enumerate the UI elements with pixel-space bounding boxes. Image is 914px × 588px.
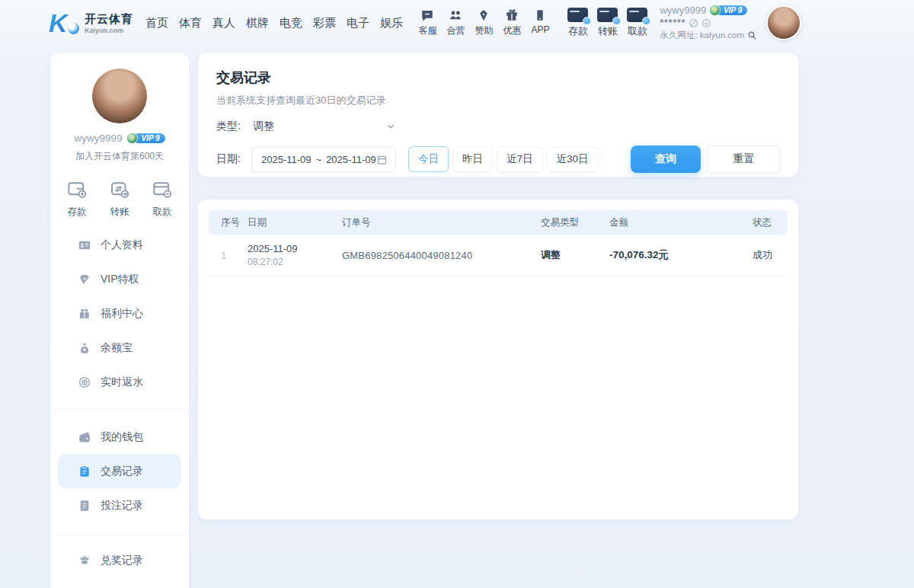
sidebar-item-label: 余额宝 <box>101 341 133 355</box>
cell-index: 1 <box>221 250 248 261</box>
range-7days-button[interactable]: 近7日 <box>497 146 543 172</box>
sidebar-item-betting-records[interactable]: 投注记录 <box>58 488 181 522</box>
quick-action-label: 存款 <box>68 206 87 219</box>
wallet-link-label: 转账 <box>598 24 618 38</box>
balance-row: ****** <box>660 18 757 28</box>
sidebar-withdraw-button[interactable]: 取款 <box>151 178 174 219</box>
quicklink-promotions[interactable]: 优惠 <box>503 8 521 37</box>
magnifier-icon[interactable] <box>747 30 757 40</box>
sidebar-item-realtime-rebate[interactable]: 实时返水 <box>58 365 181 399</box>
brand-name: 开云体育 <box>85 12 133 27</box>
topbar-withdraw-button[interactable]: 取款 <box>627 8 647 38</box>
sidebar-item-label: 交易记录 <box>101 465 143 478</box>
nav-item-slots[interactable]: 电子 <box>347 16 369 30</box>
deposit-outline-icon <box>66 178 88 201</box>
range-30days-button[interactable]: 近30日 <box>547 146 599 172</box>
sidebar-avatar[interactable] <box>92 69 147 123</box>
wallet-icon <box>78 430 91 444</box>
refresh-circle-icon[interactable] <box>701 18 711 28</box>
col-status: 状态 <box>753 216 775 229</box>
sidebar-item-yuebao[interactable]: 余额宝 <box>58 331 181 365</box>
sidebar-transfer-button[interactable]: 转账 <box>108 178 131 219</box>
sidebar-menu-group-wallet: 我的钱包 交易记录 投注记录 <box>50 410 189 527</box>
sidebar-profile-row: wywy9999 V VIP 9 <box>74 133 165 144</box>
quick-range-group: 今日 昨日 近7日 近30日 <box>408 146 599 172</box>
diamond-icon <box>477 8 491 22</box>
user-name-row: wywy9999 V VIP 9 <box>660 5 757 16</box>
masked-balance: ****** <box>660 18 686 28</box>
nav-item-entertainment[interactable]: 娱乐 <box>380 16 403 30</box>
sidebar-username: wywy9999 <box>74 133 122 144</box>
sidebar-item-label: 投注记录 <box>101 499 143 513</box>
welfare-gift-icon <box>78 307 91 321</box>
vip-badge[interactable]: V VIP 9 <box>709 5 747 16</box>
transfer-card-icon <box>597 8 618 22</box>
sidebar-item-prize-records[interactable]: 兑奖记录 <box>58 543 181 577</box>
nav-item-sports[interactable]: 体育 <box>179 16 202 30</box>
date-separator: ~ <box>316 154 322 165</box>
chat-icon <box>420 8 434 22</box>
username: wywy9999 <box>660 5 706 16</box>
sidebar-deposit-button[interactable]: 存款 <box>66 178 88 219</box>
search-button[interactable]: 查询 <box>631 145 701 173</box>
nav-item-lottery[interactable]: 彩票 <box>313 16 336 30</box>
quicklink-support[interactable]: 客服 <box>418 8 436 37</box>
cell-status: 成功 <box>753 248 775 262</box>
sidebar-item-label: 实时返水 <box>101 375 143 389</box>
sidebar-item-profile[interactable]: 个人资料 <box>58 228 181 262</box>
nav-item-esports[interactable]: 电竞 <box>280 16 302 30</box>
vip-level-label: VIP 9 <box>133 133 165 143</box>
rebate-circle-icon <box>78 375 91 389</box>
col-type: 交易类型 <box>541 216 609 229</box>
quicklink-partnership[interactable]: 合营 <box>446 8 465 37</box>
type-selected-value: 调整 <box>253 120 274 133</box>
filter-panel: 交易记录 当前系统支持查询最近30日的交易记录 类型: 调整 日期: 2025-… <box>198 53 798 177</box>
sidebar-item-welfare-center[interactable]: 福利中心 <box>58 296 181 331</box>
nav-item-live-casino[interactable]: 真人 <box>213 16 235 30</box>
quicklink-label: 赞助 <box>475 24 493 37</box>
topbar-deposit-button[interactable]: 存款 <box>567 8 588 38</box>
transfer-badge-icon <box>612 17 621 25</box>
sidebar-item-transaction-records[interactable]: 交易记录 <box>58 454 181 488</box>
date-range-input[interactable]: 2025-11-09 ~ 2025-11-09 <box>251 146 396 172</box>
sidebar-item-my-wallet[interactable]: 我的钱包 <box>58 420 181 454</box>
avatar[interactable] <box>766 5 801 40</box>
sidebar-item-vip-privileges[interactable]: VIP特权 <box>58 262 181 296</box>
topbar-transfer-button[interactable]: 转账 <box>597 8 618 38</box>
type-filter-row: 类型: 调整 <box>216 120 780 133</box>
nav-item-board-games[interactable]: 棋牌 <box>246 16 269 30</box>
sidebar-item-message-center[interactable]: 消息中心 99+ <box>58 577 181 588</box>
quick-links: 客服 合营 赞助 优惠 APP <box>418 8 549 37</box>
cell-date: 2025-11-09 <box>248 243 342 254</box>
withdraw-outline-icon <box>151 178 174 201</box>
col-amount: 金额 <box>609 216 753 229</box>
cell-amount: -70,076.32元 <box>609 248 753 262</box>
cell-type: 调整 <box>541 248 609 262</box>
brand-logo[interactable]: K 开云体育 Kaiyun.com <box>49 8 133 38</box>
eye-off-icon[interactable] <box>689 18 698 28</box>
user-info: wywy9999 V VIP 9 ****** 永久网址: kaiyun.com <box>660 5 757 41</box>
transfer-outline-icon <box>108 178 131 201</box>
vip-gem-icon <box>78 273 91 286</box>
range-yesterday-button[interactable]: 昨日 <box>452 146 493 172</box>
gift-icon <box>505 8 519 22</box>
wallet-link-label: 存款 <box>568 24 588 38</box>
bets-document-icon <box>78 499 91 513</box>
quicklink-app[interactable]: APP <box>531 8 549 37</box>
id-card-icon <box>78 238 91 252</box>
people-icon <box>449 8 462 22</box>
reset-button[interactable]: 重置 <box>708 145 780 173</box>
sidebar-quick-actions: 存款 转账 取款 <box>66 178 174 219</box>
brand-text: 开云体育 Kaiyun.com <box>85 12 133 34</box>
type-select[interactable]: 调整 <box>251 120 396 133</box>
transactions-clipboard-icon <box>78 465 91 478</box>
soccer-ball-icon <box>68 23 79 34</box>
sidebar-vip-badge[interactable]: V VIP 9 <box>126 133 165 144</box>
wallet-link-label: 取款 <box>628 24 647 38</box>
nav-item-home[interactable]: 首页 <box>145 16 168 30</box>
sidebar: wywy9999 V VIP 9 加入开云体育第600天 存款 转账 取款 <box>50 53 189 588</box>
quicklink-sponsor[interactable]: 赞助 <box>475 8 493 37</box>
range-today-button[interactable]: 今日 <box>408 146 449 172</box>
brand-domain: Kaiyun.com <box>85 27 133 34</box>
col-date: 日期 <box>248 216 342 229</box>
